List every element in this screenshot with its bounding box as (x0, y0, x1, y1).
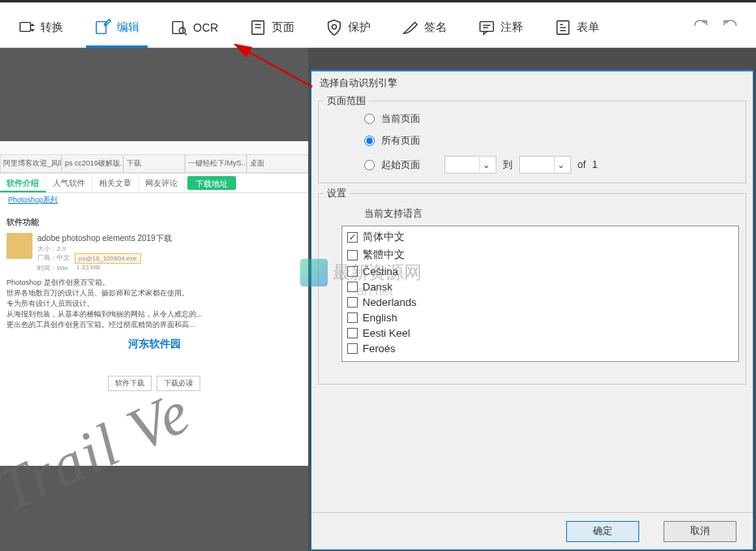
convert-button[interactable]: 转换 (10, 14, 71, 41)
browser-tab: 一键轻松下/MyS... (185, 154, 247, 173)
pen-icon (402, 19, 419, 37)
main-toolbar: 转换 编辑 OCR 页面 保护 签名 注释 (0, 7, 756, 48)
protect-button[interactable]: 保护 (317, 14, 379, 41)
undo-button[interactable] (715, 12, 746, 43)
edit-button[interactable]: 编辑 (86, 14, 148, 41)
settings-legend: 设置 (324, 187, 350, 200)
radio-current-page[interactable]: 当前页面 (319, 108, 745, 130)
lang-item-fo[interactable]: Feroés (344, 341, 737, 356)
content-tab: 人气软件 (46, 174, 92, 192)
comment-button[interactable]: 注释 (470, 14, 531, 41)
page-from-input[interactable]: ⌄ (445, 156, 496, 174)
document-page[interactable]: 阿里博客欢迎_风味... ps cc2019破解版... 下载 一键轻松下/My… (0, 141, 308, 466)
browser-tab: 桌面 (247, 154, 308, 173)
content-tab: 网友评论 (139, 174, 185, 192)
lang-item-en[interactable]: English (344, 310, 737, 325)
page-to-input[interactable]: ⌄ (519, 156, 571, 174)
doc-readme-btn: 下载必读 (157, 376, 200, 391)
browser-tab: 下载 (123, 154, 185, 173)
comment-icon (478, 19, 496, 37)
page-button[interactable]: 页面 (241, 14, 303, 41)
redo-button[interactable] (685, 12, 715, 43)
content-tab: 相关文章 (92, 174, 139, 192)
checkbox-icon[interactable] (347, 282, 358, 292)
lang-item-zhtw[interactable]: 繁體中文 (344, 246, 737, 264)
checkbox-icon[interactable] (347, 328, 358, 338)
doc-text: 更出色的工具创作创意百宝箱。经过彻底精简的界面和高... (6, 320, 302, 330)
browser-tab: ps cc2019破解版... (62, 154, 123, 173)
of-label: of (578, 159, 586, 170)
shield-icon (325, 19, 343, 37)
dialog-title: 选择自动识别引擎 (311, 71, 753, 94)
browser-tab: 阿里博客欢迎_风味... (0, 154, 62, 173)
to-label: 到 (503, 158, 513, 172)
page-icon (249, 19, 267, 37)
checkbox-icon[interactable] (347, 250, 358, 260)
convert-icon (18, 19, 36, 37)
chevron-down-icon: ⌄ (554, 157, 567, 173)
language-label: 当前支持语言 (319, 200, 745, 226)
form-icon (554, 19, 572, 37)
sign-label: 签名 (424, 20, 447, 35)
svg-point-7 (332, 24, 337, 28)
doc-text: Photoshop 是创作创意百宝箱。 (6, 278, 302, 288)
sign-button[interactable]: 签名 (393, 14, 455, 41)
item-title: adobe photoshop elements 2019下载 (37, 233, 172, 244)
lang-label: Dansk (363, 281, 393, 293)
doc-text: 世界各地数百万的设计人员、摄影师和艺术家都在使用。 (6, 288, 302, 299)
document-viewport: 阿里博客欢迎_风味... ps cc2019破解版... 下载 一键轻松下/My… (0, 48, 308, 551)
lang-item-cs[interactable]: Čeština (344, 264, 737, 279)
download-button: 下载地址 (187, 176, 236, 190)
svg-rect-0 (20, 22, 31, 31)
lang-item-et[interactable]: Eesti Keel (344, 325, 737, 341)
item-meta: 时间：Win (37, 264, 68, 273)
lang-label: 繁體中文 (363, 248, 405, 262)
radio-from-page[interactable]: 起始页面 ⌄ 到 ⌄ of 1 (319, 152, 745, 178)
page-range-group: 页面范围 当前页面 所有页面 起始页面 ⌄ 到 ⌄ of 1 (318, 94, 746, 183)
radio-input[interactable] (364, 114, 375, 124)
checkbox-icon[interactable] (347, 312, 358, 323)
radio-input[interactable] (364, 160, 375, 170)
doc-text: 专为所有设计人员而设计。 (6, 299, 302, 309)
total-pages: 1 (592, 159, 598, 170)
ocr-button[interactable]: OCR (162, 14, 226, 41)
lang-label: English (363, 312, 397, 324)
language-list[interactable]: 简体中文 繁體中文 Čeština Dansk Nederlands Engli… (341, 226, 739, 362)
lang-label: Feroés (363, 342, 395, 355)
ocr-icon (170, 19, 188, 37)
chevron-down-icon: ⌄ (479, 157, 492, 173)
lang-label: Nederlands (363, 296, 417, 308)
ocr-label: OCR (193, 21, 218, 34)
range-legend: 页面范围 (324, 94, 369, 108)
file-badge: ps@18_105804.exe (75, 253, 141, 264)
settings-group: 设置 当前支持语言 简体中文 繁體中文 Čeština Dansk Nederl… (318, 187, 746, 385)
lang-item-da[interactable]: Dansk (344, 279, 737, 295)
doc-download-btn: 软件下载 (108, 376, 152, 391)
protect-label: 保护 (348, 20, 371, 35)
radio-input[interactable] (364, 136, 375, 146)
convert-label: 转换 (41, 20, 63, 35)
content-tab: 软件介绍 (0, 174, 46, 192)
breadcrumb-link: Photoshop系列 (0, 193, 308, 207)
lang-item-zhcn[interactable]: 简体中文 (344, 228, 737, 246)
checkbox-icon[interactable] (347, 343, 358, 354)
checkbox-icon[interactable] (347, 232, 358, 243)
item-meta: 大小：2.9 (37, 244, 172, 253)
radio-label: 起始页面 (381, 158, 420, 172)
radio-label: 所有页面 (381, 134, 420, 148)
radio-label: 当前页面 (381, 112, 420, 126)
browser-tab-strip: 阿里博客欢迎_风味... ps cc2019破解版... 下载 一键轻松下/My… (0, 141, 308, 174)
item-meta: 厂商：中文 (37, 253, 70, 264)
page-label: 页面 (272, 20, 294, 35)
svg-point-3 (179, 28, 185, 33)
lang-label: Eesti Keel (363, 327, 410, 339)
radio-all-pages[interactable]: 所有页面 (319, 130, 745, 152)
cancel-button[interactable]: 取消 (664, 521, 737, 542)
file-size: 1.33 MB (76, 264, 101, 273)
checkbox-icon[interactable] (347, 297, 358, 308)
form-button[interactable]: 表单 (546, 14, 608, 41)
lang-item-nl[interactable]: Nederlands (344, 295, 737, 310)
edit-icon (94, 19, 112, 37)
ok-button[interactable]: 确定 (566, 521, 639, 542)
checkbox-icon[interactable] (347, 266, 358, 277)
